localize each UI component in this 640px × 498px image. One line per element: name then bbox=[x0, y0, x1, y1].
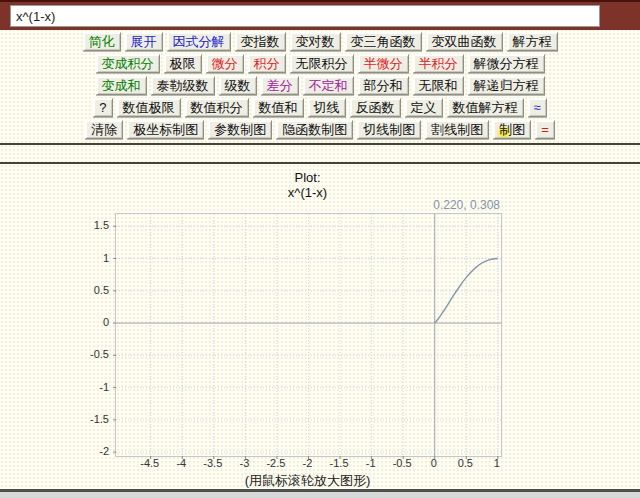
factor-button[interactable]: 因式分解 bbox=[167, 32, 231, 51]
to-trigonometric-button[interactable]: 变三角函数 bbox=[345, 32, 422, 51]
expand-button[interactable]: 展开 bbox=[125, 32, 163, 51]
numeric-sum-button[interactable]: 数值和 bbox=[253, 98, 304, 117]
solve-recurrence-button[interactable]: 解递归方程 bbox=[468, 76, 545, 95]
help-button[interactable]: ? bbox=[93, 98, 112, 117]
series-button[interactable]: 级数 bbox=[219, 76, 257, 95]
solve-ode-button[interactable]: 解微分方程 bbox=[468, 54, 545, 73]
plot-title: Plot: x^(1-x) bbox=[115, 170, 500, 200]
toolbar-row-1: 简化展开因式分解变指数变对数变三角函数变双曲函数解方程 bbox=[0, 32, 640, 54]
to-integral-button[interactable]: 变成积分 bbox=[96, 54, 160, 73]
plot-canvas bbox=[116, 214, 501, 456]
to-hyperbolic-button[interactable]: 变双曲函数 bbox=[426, 32, 503, 51]
to-sum-button[interactable]: 变成和 bbox=[96, 76, 147, 95]
taylor-series-button[interactable]: 泰勒级数 bbox=[151, 76, 215, 95]
x-tick-label: 1 bbox=[477, 457, 517, 470]
semi-differentiate-button[interactable]: 半微分 bbox=[358, 54, 409, 73]
toolbar-row-3: 变成和泰勒级数级数差分不定和部分和无限和解递归方程 bbox=[0, 76, 640, 98]
polar-plot-button[interactable]: 极坐标制图 bbox=[127, 120, 204, 139]
infinite-integral-button[interactable]: 无限积分 bbox=[290, 54, 354, 73]
plot-button[interactable]: 制图 bbox=[493, 120, 531, 139]
separator-plot bbox=[0, 162, 640, 164]
y-tick-label: 1.5 bbox=[69, 219, 109, 232]
toolbar-row-2: 变成积分极限微分积分无限积分半微分半积分解微分方程 bbox=[0, 54, 640, 76]
y-tick-label: 0.5 bbox=[69, 284, 109, 297]
infinite-sum-button[interactable]: 无限和 bbox=[413, 76, 464, 95]
toolbar-row-5: 清除极坐标制图参数制图隐函数制图切线制图割线制图制图= bbox=[0, 120, 640, 142]
clear-button[interactable]: 清除 bbox=[85, 120, 123, 139]
parametric-plot-button[interactable]: 参数制图 bbox=[208, 120, 272, 139]
inverse-function-button[interactable]: 反函数 bbox=[350, 98, 401, 117]
toolbar-row-4: ?数值极限数值积分数值和切线反函数定义数值解方程≈ bbox=[0, 98, 640, 120]
y-tick-label: 0 bbox=[69, 316, 109, 329]
simplify-button[interactable]: 简化 bbox=[83, 32, 121, 51]
semi-integrate-button[interactable]: 半积分 bbox=[413, 54, 464, 73]
plot-title-line1: Plot: bbox=[115, 170, 500, 185]
to-exponential-button[interactable]: 变指数 bbox=[235, 32, 286, 51]
plot-caption: (用鼠标滚轮放大图形) bbox=[115, 472, 500, 490]
approximate-button[interactable]: ≈ bbox=[528, 98, 547, 117]
tangent-plot-button[interactable]: 切线制图 bbox=[357, 120, 421, 139]
y-tick-label: -2 bbox=[69, 445, 109, 458]
expression-input-bar bbox=[0, 0, 640, 30]
cursor-coordinates: 0.220, 0.308 bbox=[433, 198, 500, 212]
y-tick-label: 1 bbox=[69, 252, 109, 265]
y-tick-label: -1 bbox=[69, 381, 109, 394]
y-tick-label: -1.5 bbox=[69, 413, 109, 426]
secant-plot-button[interactable]: 割线制图 bbox=[425, 120, 489, 139]
plot-area[interactable] bbox=[115, 213, 502, 457]
numeric-solve-button[interactable]: 数值解方程 bbox=[447, 98, 524, 117]
integrate-button[interactable]: 积分 bbox=[248, 54, 286, 73]
numeric-limit-button[interactable]: 数值极限 bbox=[117, 98, 181, 117]
tangent-button[interactable]: 切线 bbox=[308, 98, 346, 117]
difference-button[interactable]: 差分 bbox=[261, 76, 299, 95]
bottom-status-strip bbox=[0, 492, 640, 498]
implicit-plot-button[interactable]: 隐函数制图 bbox=[276, 120, 353, 139]
definition-button[interactable]: 定义 bbox=[405, 98, 443, 117]
toolbar: 简化展开因式分解变指数变对数变三角函数变双曲函数解方程变成积分极限微分积分无限积… bbox=[0, 32, 640, 142]
solve-equation-button[interactable]: 解方程 bbox=[507, 32, 558, 51]
differentiate-button[interactable]: 微分 bbox=[206, 54, 244, 73]
separator-top bbox=[0, 143, 640, 145]
numeric-integral-button[interactable]: 数值积分 bbox=[185, 98, 249, 117]
expression-input[interactable] bbox=[10, 5, 600, 27]
limit-button[interactable]: 极限 bbox=[164, 54, 202, 73]
y-tick-label: -0.5 bbox=[69, 348, 109, 361]
indefinite-sum-button[interactable]: 不定和 bbox=[303, 76, 354, 95]
partial-sum-button[interactable]: 部分和 bbox=[358, 76, 409, 95]
equals-button[interactable]: = bbox=[535, 120, 555, 139]
to-logarithm-button[interactable]: 变对数 bbox=[290, 32, 341, 51]
